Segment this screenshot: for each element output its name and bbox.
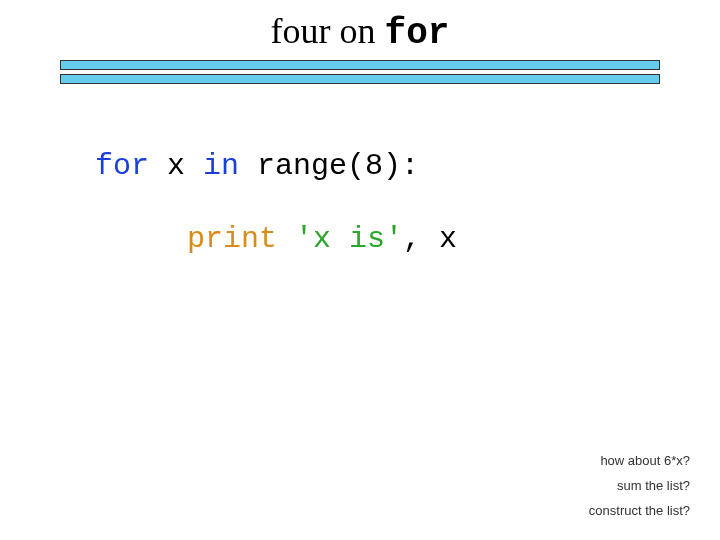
title-text-part1: four on xyxy=(271,11,385,51)
code-block: for x in range(8): print 'x is', x xyxy=(95,150,457,256)
footer-question-1: how about 6*x? xyxy=(589,453,690,468)
keyword-print: print xyxy=(187,222,277,256)
footer-question-2: sum the list? xyxy=(589,478,690,493)
keyword-for: for xyxy=(95,149,149,183)
title-underline xyxy=(60,60,660,84)
underline-bar xyxy=(60,74,660,84)
code-line-2: print 'x is', x xyxy=(95,223,457,256)
code-text: range(8): xyxy=(239,149,419,183)
title-text-part2: for xyxy=(385,13,450,54)
underline-bar xyxy=(60,60,660,70)
footer-questions: how about 6*x? sum the list? construct t… xyxy=(589,443,690,518)
code-text: , x xyxy=(403,222,457,256)
code-text: x xyxy=(149,149,203,183)
keyword-in: in xyxy=(203,149,239,183)
slide-title: four on for xyxy=(0,0,720,54)
string-literal: 'x is' xyxy=(295,222,403,256)
slide: four on for for x in range(8): print 'x … xyxy=(0,0,720,540)
code-space xyxy=(277,222,295,256)
code-line-1: for x in range(8): xyxy=(95,150,457,183)
footer-question-3: construct the list? xyxy=(589,503,690,518)
